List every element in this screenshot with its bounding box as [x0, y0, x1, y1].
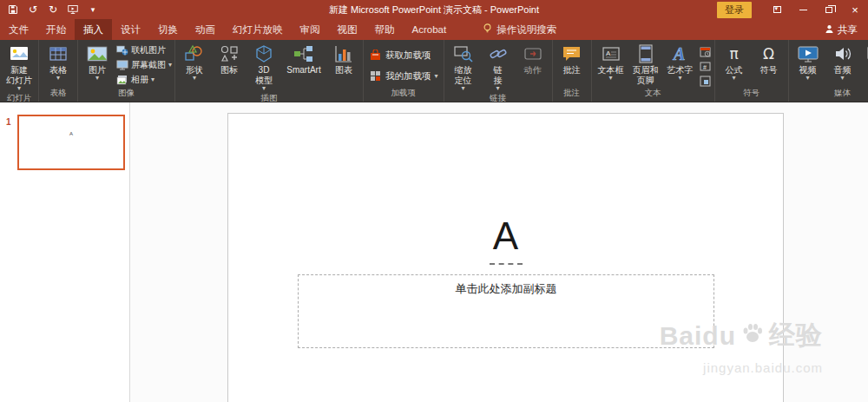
redo-icon[interactable]: ↻ — [47, 3, 59, 16]
zoom-button[interactable]: 缩放 定位 ▾ — [447, 43, 480, 92]
icons-button[interactable]: 图标 — [213, 43, 246, 76]
share-label: 共享 — [838, 23, 858, 36]
group-label-slides: 幻灯片 — [3, 92, 36, 102]
symbol-button[interactable]: Ω 符号 — [753, 43, 786, 76]
audio-button[interactable]: 音频 ▾ — [826, 43, 859, 82]
action-button[interactable]: 动作 — [516, 43, 549, 76]
chevron-down-icon: ▾ — [841, 76, 845, 81]
watermark-brand-left: Baidu — [660, 321, 736, 351]
chart-button[interactable]: 图表 — [327, 43, 360, 76]
get-addins-button[interactable]: 获取加载项 — [366, 47, 441, 63]
3d-model-icon — [253, 43, 275, 64]
screen-recording-button[interactable]: 屏幕 录制 — [861, 43, 868, 87]
watermark-url: jingyan.baidu.com — [660, 360, 823, 375]
tell-me-label: 操作说明搜索 — [496, 23, 556, 36]
link-button[interactable]: 链 接 ▾ — [482, 43, 515, 92]
sign-in-button[interactable]: 登录 — [717, 2, 752, 18]
svg-text:A: A — [606, 49, 611, 57]
tab-view[interactable]: 视图 — [329, 19, 366, 40]
tab-help[interactable]: 帮助 — [366, 19, 404, 40]
group-label-text: 文本 — [595, 87, 712, 102]
chevron-down-icon: ▾ — [193, 76, 196, 81]
tab-design[interactable]: 设计 — [112, 19, 149, 40]
chevron-down-icon: ▾ — [17, 86, 21, 91]
screenshot-button[interactable]: 屏幕截图 ▾ — [115, 58, 172, 71]
chevron-down-icon: ▾ — [435, 74, 438, 79]
tab-review[interactable]: 审阅 — [292, 19, 329, 40]
ribbon-group-symbols: π 公式 ▾ Ω 符号 符号 — [715, 40, 789, 102]
tab-animations[interactable]: 动画 — [187, 19, 224, 40]
online-pictures-button[interactable]: 联机图片 — [115, 43, 172, 56]
tab-acrobat[interactable]: Acrobat — [404, 19, 456, 40]
share-button[interactable]: 共享 — [825, 19, 868, 40]
equation-button[interactable]: π 公式 ▾ — [718, 43, 751, 82]
object-icon[interactable] — [699, 75, 712, 87]
tab-file[interactable]: 文件 — [0, 19, 37, 40]
tab-transitions[interactable]: 切换 — [149, 19, 187, 40]
pictures-button[interactable]: 图片 ▾ — [81, 43, 114, 82]
omega-icon: Ω — [758, 43, 779, 64]
close-icon[interactable]: × — [842, 0, 868, 19]
wordart-button[interactable]: A 艺术字 ▾ — [664, 43, 697, 82]
shapes-button[interactable]: 形状 ▾ — [178, 43, 211, 82]
slide-thumbnail-panel[interactable]: 1 A — [0, 102, 130, 402]
chart-icon — [333, 43, 355, 64]
svg-text:A: A — [672, 44, 685, 63]
start-slideshow-icon[interactable] — [67, 3, 79, 16]
undo-icon[interactable]: ↺ — [27, 3, 39, 16]
group-label-comments: 批注 — [556, 87, 589, 102]
slide-canvas: A 单击此处添加副标题 Baidu 经验 jingyan.baidu.com — [130, 102, 868, 402]
chevron-down-icon: ▾ — [151, 77, 155, 82]
group-label-illustrations: 插图 — [178, 92, 360, 102]
ribbon-group-tables: 表格 ▾ 表格 — [39, 40, 78, 102]
tab-insert[interactable]: 插入 — [75, 19, 112, 40]
ribbon-display-options-icon[interactable] — [764, 0, 790, 19]
thumbnail-title-text: A — [19, 131, 123, 136]
link-icon — [487, 43, 509, 64]
slide-number-icon[interactable]: # — [699, 60, 712, 72]
tab-slideshow[interactable]: 幻灯片放映 — [224, 19, 292, 40]
quick-access-toolbar: ↺ ↻ ▾ — [0, 3, 99, 16]
ribbon-group-comments: 批注 批注 — [553, 40, 592, 102]
smartart-button[interactable]: SmartArt — [282, 43, 326, 76]
ribbon: 新建 幻灯片 ▾ 幻灯片 表格 ▾ 表格 — [0, 40, 868, 102]
group-label-links: 链接 — [447, 92, 549, 102]
tab-home[interactable]: 开始 — [37, 19, 75, 40]
pi-icon: π — [723, 43, 745, 64]
date-and-time-icon[interactable] — [699, 45, 712, 57]
subtitle-placeholder[interactable]: 单击此处添加副标题 — [298, 274, 714, 348]
comment-button[interactable]: 批注 — [556, 43, 589, 76]
save-icon[interactable] — [7, 3, 19, 16]
tell-me-search[interactable]: 操作说明搜索 — [483, 19, 556, 40]
title-placeholder-border — [490, 263, 523, 265]
text-box-button[interactable]: A 文本框 ▾ — [595, 43, 628, 82]
ribbon-group-slides: 新建 幻灯片 ▾ 幻灯片 — [0, 40, 39, 102]
text-box-icon: A — [600, 43, 621, 64]
group-label-symbols: 符号 — [718, 87, 786, 102]
restore-icon[interactable] — [816, 0, 842, 19]
video-button[interactable]: 视频 ▾ — [792, 43, 825, 82]
chevron-down-icon: ▾ — [806, 76, 810, 81]
chevron-down-icon: ▾ — [56, 76, 60, 81]
ribbon-group-illustrations: 形状 ▾ 图标 3D 模型 ▾ — [175, 40, 364, 102]
slide-thumbnail-1[interactable]: A — [17, 115, 125, 170]
table-button[interactable]: 表格 ▾ — [42, 43, 75, 82]
photo-album-button[interactable]: 相册 ▾ — [115, 73, 172, 86]
video-icon — [797, 43, 819, 64]
watermark-brand-right: 经验 — [769, 318, 823, 353]
3d-models-button[interactable]: 3D 模型 ▾ — [247, 43, 280, 92]
paw-logo-icon — [741, 321, 764, 351]
slide-title-text[interactable]: A — [228, 216, 783, 256]
header-footer-button[interactable]: 页眉和 页脚 — [629, 43, 662, 87]
titlebar-controls: 登录 × — [717, 0, 868, 19]
ribbon-group-images: 图片 ▾ 联机图片 屏幕截图 ▾ — [78, 40, 175, 102]
new-slide-button[interactable]: 新建 幻灯片 ▾ — [3, 43, 36, 92]
chevron-down-icon: ▾ — [95, 76, 99, 81]
my-addins-button[interactable]: 我的加载项 ▾ — [366, 68, 441, 84]
watermark: Baidu 经验 jingyan.baidu.com — [660, 318, 823, 375]
customize-qat-icon[interactable]: ▾ — [87, 3, 99, 16]
chevron-down-icon: ▾ — [462, 86, 465, 91]
group-label-media: 媒体 — [792, 87, 868, 102]
chevron-down-icon: ▾ — [262, 86, 266, 91]
minimize-icon[interactable] — [790, 0, 816, 19]
